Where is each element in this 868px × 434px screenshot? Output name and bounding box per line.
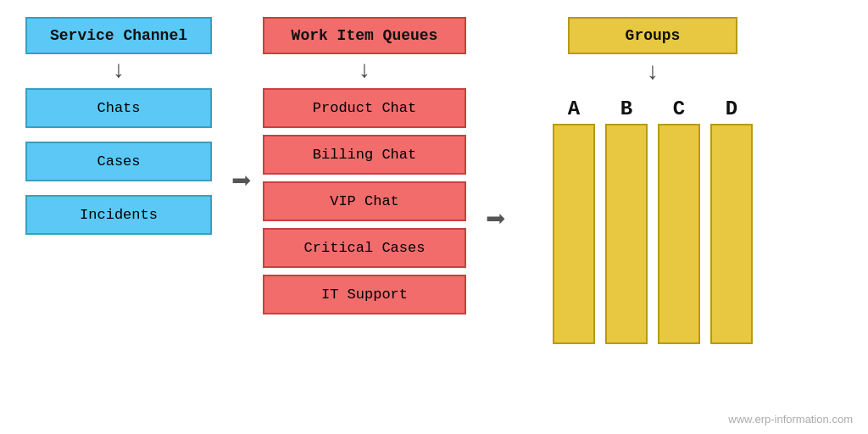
group-a-label: A [568, 97, 580, 120]
group-c-bar [658, 124, 700, 344]
groups-header-row: Groups ↓ [517, 17, 788, 89]
group-d-bar [710, 124, 753, 344]
queue-item-it-support: IT Support [263, 275, 466, 314]
groups-column: Groups ↓ A B C D [517, 17, 788, 344]
group-c-label: C [673, 97, 685, 120]
queues-items: Product Chat Billing Chat VIP Chat Criti… [263, 88, 466, 321]
work-item-queues-header: Work Item Queues [263, 17, 466, 54]
service-item-chats: Chats [25, 88, 212, 128]
groups-header: Groups [568, 17, 737, 54]
queue-item-billing-chat: Billing Chat [263, 135, 466, 175]
service-item-incidents: Incidents [25, 195, 212, 235]
groups-down-arrow: ↓ [646, 59, 660, 86]
watermark: www.erp-information.com [728, 413, 853, 426]
work-item-queues-column: Work Item Queues ↓ Product Chat Billing … [263, 17, 466, 321]
groups-bars: A B C D [553, 97, 753, 344]
group-b-label: B [620, 97, 632, 120]
group-a-wrap: A [553, 97, 595, 344]
arrow-queues-to-groups: ➡ [475, 199, 517, 241]
queues-down-arrow: ↓ [358, 59, 372, 83]
group-c-wrap: C [658, 97, 700, 344]
service-item-cases: Cases [25, 142, 212, 181]
queue-item-critical-cases: Critical Cases [263, 228, 466, 268]
group-b-wrap: B [605, 97, 648, 344]
service-channel-items: Chats Cases Incidents [25, 88, 212, 242]
group-d-wrap: D [710, 97, 753, 344]
queue-item-vip-chat: VIP Chat [263, 181, 466, 221]
queue-item-product-chat: Product Chat [263, 88, 466, 128]
service-channel-down-arrow: ↓ [112, 59, 126, 83]
arrow-service-to-queues: ➡ [220, 161, 263, 203]
group-b-bar [605, 124, 648, 344]
service-channel-header: Service Channel [25, 17, 212, 54]
group-d-label: D [726, 97, 737, 120]
diagram: Service Channel ↓ Chats Cases Incidents … [0, 0, 868, 434]
service-channel-column: Service Channel ↓ Chats Cases Incidents [25, 17, 212, 242]
group-a-bar [553, 124, 595, 344]
